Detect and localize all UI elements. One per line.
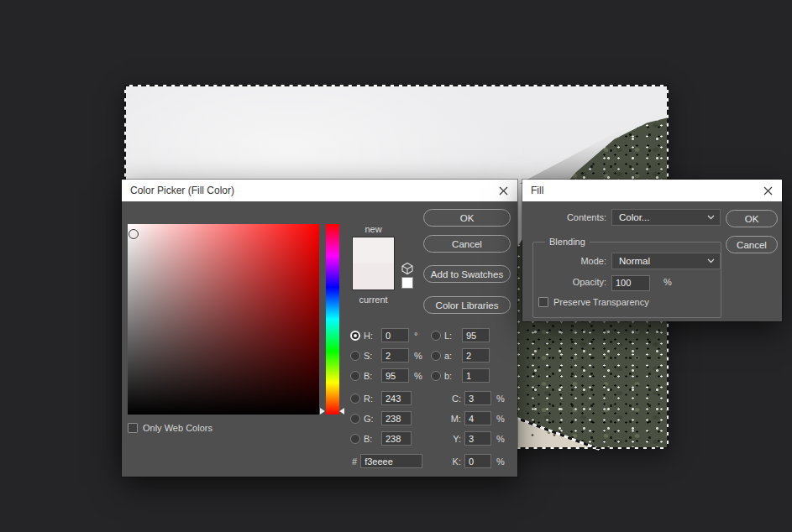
hex-hash-label: #: [352, 456, 357, 467]
chevron-down-icon: [707, 258, 715, 263]
h-radio[interactable]: [350, 331, 360, 341]
b3-input[interactable]: [381, 431, 412, 446]
fill-ok-button[interactable]: OK: [726, 210, 778, 227]
contents-value: Color...: [619, 212, 649, 222]
y-unit: %: [496, 434, 505, 444]
c-label: C:: [433, 394, 461, 404]
fill-title: Fill: [531, 185, 543, 196]
m-unit: %: [496, 414, 505, 424]
b-radio[interactable]: [350, 371, 360, 381]
k-label: K:: [433, 456, 461, 467]
ok-button[interactable]: OK: [423, 209, 511, 227]
h-unit: °: [414, 331, 417, 341]
color-picker-dialog: Color Picker (Fill Color) new current OK…: [122, 180, 517, 477]
y-label: Y:: [433, 434, 461, 444]
new-current-swatch[interactable]: [352, 237, 395, 290]
l-label: L:: [444, 331, 459, 341]
s-radio[interactable]: [350, 351, 360, 361]
b3-label: B:: [364, 434, 378, 444]
s-input[interactable]: [381, 348, 409, 362]
new-color-label: new: [352, 224, 395, 234]
fill-dialog: Fill Contents: Color... OK Cancel Blendi…: [522, 180, 782, 321]
r-input[interactable]: [381, 391, 412, 405]
opacity-input[interactable]: [611, 275, 650, 291]
m-label: M:: [433, 414, 461, 424]
b-input[interactable]: [381, 368, 409, 383]
a-label: a:: [444, 351, 459, 361]
a-input[interactable]: [462, 348, 490, 362]
k-unit: %: [496, 456, 505, 467]
fill-titlebar[interactable]: Fill: [522, 180, 782, 201]
b2-radio[interactable]: [431, 371, 441, 381]
s-unit: %: [414, 351, 422, 361]
b-label: B:: [364, 371, 378, 381]
close-icon[interactable]: [762, 185, 774, 196]
mode-value: Normal: [619, 256, 650, 266]
r-radio[interactable]: [350, 394, 360, 404]
hue-slider-thumb-left[interactable]: [320, 408, 325, 415]
blending-group-label: Blending: [545, 237, 590, 247]
websafe-cube-icon[interactable]: [401, 262, 414, 275]
m-input[interactable]: [464, 411, 491, 425]
hue-slider-thumb-right[interactable]: [339, 408, 344, 415]
s-label: S:: [364, 351, 378, 361]
add-to-swatches-button[interactable]: Add to Swatches: [423, 265, 511, 283]
r-label: R:: [364, 394, 378, 404]
hue-slider[interactable]: [326, 224, 339, 415]
h-input[interactable]: [381, 328, 409, 342]
k-input[interactable]: [464, 454, 491, 468]
b2-label: b:: [444, 371, 459, 381]
color-field-marker[interactable]: [129, 229, 139, 239]
saturation-brightness-field[interactable]: [128, 224, 319, 415]
chevron-down-icon: [707, 215, 715, 220]
websafe-color-swatch[interactable]: [401, 277, 413, 289]
a-radio[interactable]: [431, 351, 441, 361]
current-color-swatch[interactable]: [353, 263, 394, 289]
contents-dropdown[interactable]: Color...: [611, 209, 721, 226]
y-input[interactable]: [464, 431, 491, 446]
b2-input[interactable]: [462, 368, 490, 383]
mode-label: Mode:: [522, 256, 606, 266]
only-web-colors-checkbox[interactable]: [128, 423, 138, 433]
c-input[interactable]: [464, 391, 491, 405]
opacity-unit: %: [663, 277, 672, 287]
fill-cancel-button[interactable]: Cancel: [726, 236, 778, 253]
opacity-label: Opacity:: [522, 277, 606, 287]
b-unit: %: [414, 371, 422, 381]
new-color-swatch: [353, 237, 394, 263]
l-input[interactable]: [462, 328, 490, 342]
color-libraries-button[interactable]: Color Libraries: [423, 296, 511, 314]
g-label: G:: [364, 414, 378, 424]
preserve-transparency-label: Preserve Transparency: [553, 297, 649, 307]
current-color-label: current: [352, 295, 395, 305]
preserve-transparency-checkbox[interactable]: [538, 297, 548, 307]
g-input[interactable]: [381, 411, 412, 425]
g-radio[interactable]: [350, 414, 360, 424]
color-picker-title: Color Picker (Fill Color): [130, 185, 234, 196]
only-web-colors-label: Only Web Colors: [143, 423, 212, 433]
l-radio[interactable]: [431, 331, 441, 341]
c-unit: %: [496, 394, 505, 404]
hex-input[interactable]: [360, 454, 422, 468]
h-label: H:: [364, 331, 378, 341]
b3-radio[interactable]: [350, 434, 360, 444]
mode-dropdown[interactable]: Normal: [611, 253, 721, 269]
cancel-button[interactable]: Cancel: [423, 235, 511, 253]
contents-label: Contents:: [522, 212, 606, 222]
